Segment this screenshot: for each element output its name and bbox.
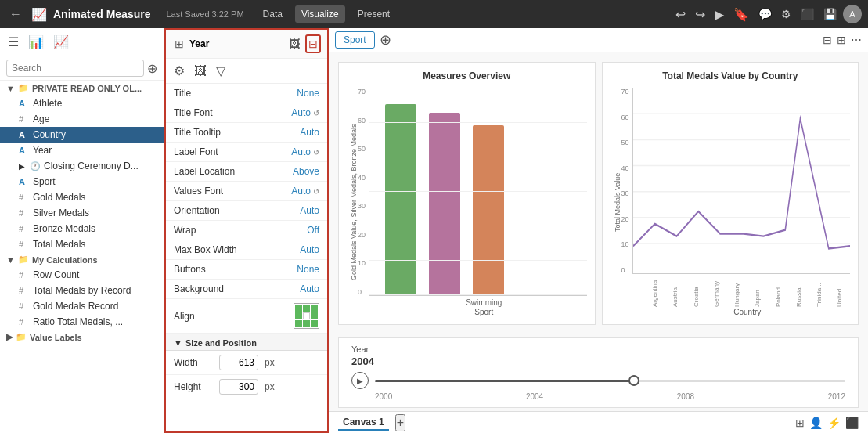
prop-image-icon[interactable]: 🖼 (286, 35, 302, 52)
my-calculations-section[interactable]: ▼ 📁 My Calculations (0, 252, 164, 267)
slider-label-2004: 2004 (526, 392, 543, 401)
export-button[interactable]: ⬛ (798, 6, 817, 22)
size-position-section[interactable]: ▼ Size and Position (166, 334, 327, 351)
prop-title-row: Title None (166, 84, 327, 103)
field-row-count[interactable]: # Row Count (0, 267, 164, 283)
nav-present[interactable]: Present (351, 5, 396, 23)
prop-layout-icon[interactable]: ⊟ (305, 34, 321, 53)
prop-align-value[interactable] (294, 303, 319, 329)
prop-image-tab[interactable]: 🖼 (193, 63, 208, 80)
type-icon-rowcount: # (19, 270, 30, 280)
person-bottom-button[interactable]: 👤 (809, 417, 823, 429)
height-input[interactable] (219, 379, 258, 395)
sidebar-chart-icon[interactable]: 📊 (27, 33, 45, 51)
prop-buttons-row: Buttons None (166, 260, 327, 280)
width-label: Width (174, 357, 213, 368)
prop-wrap-row: Wrap Off (166, 221, 327, 240)
field-label-gold: Gold Medals (33, 192, 85, 203)
canvas-add-button[interactable]: + (395, 414, 405, 431)
height-label: Height (174, 381, 213, 392)
prop-label-font-value[interactable]: Auto ↺ (291, 146, 319, 157)
field-silver-medals[interactable]: # Silver Medals (0, 205, 164, 221)
comment-button[interactable]: 💬 (755, 6, 775, 22)
expand-value-labels: ▶ (6, 332, 13, 342)
more-options-button[interactable]: ⋯ (851, 34, 862, 46)
sidebar-trend-icon[interactable]: 📈 (52, 33, 70, 51)
type-icon-gold: # (19, 193, 30, 202)
content-area: Sport ⊕ ⊟ ⊞ ⋯ Measures Overview Gold Med… (329, 28, 868, 433)
bar-chart-box: Measures Overview Gold Medals Value, Sil… (338, 62, 596, 325)
line-chart-title: Total Medals Value by Country (610, 70, 851, 81)
prop-buttons-value[interactable]: None (297, 264, 319, 275)
prop-label-font-label: Label Font (174, 146, 218, 157)
prop-values-font-value[interactable]: Auto ↺ (291, 186, 319, 197)
size-position-label: Size and Position (185, 338, 257, 348)
field-gold-medals[interactable]: # Gold Medals (0, 189, 164, 205)
filter-icon-button[interactable]: ⊟ (823, 34, 832, 46)
value-labels-label: Value Labels (30, 333, 82, 342)
redo-button[interactable]: ↪ (692, 5, 708, 23)
prop-orientation-value[interactable]: Auto (300, 205, 319, 216)
save-button[interactable]: 💾 (820, 6, 840, 22)
slider-track[interactable] (375, 380, 845, 382)
sport-filter-button[interactable]: Sport (335, 31, 375, 49)
grid-bottom-button[interactable]: ⊞ (795, 417, 805, 429)
field-gold-medals-record[interactable]: # Gold Medals Record (0, 298, 164, 314)
prop-title-value[interactable]: None (297, 88, 319, 99)
private-folder[interactable]: ▼ 📁 PRIVATE READ ONLY OL... (0, 81, 164, 96)
field-sport[interactable]: A Sport (0, 174, 164, 189)
field-total-medals[interactable]: # Total Medals (0, 236, 164, 252)
field-age[interactable]: # Age (0, 111, 164, 127)
prop-settings-tab[interactable]: ⚙ (172, 62, 186, 80)
align-swatch-4 (295, 312, 302, 319)
prop-label-font-row: Label Font Auto ↺ (166, 143, 327, 162)
field-athlete[interactable]: A Athlete (0, 96, 164, 111)
prop-label-location-label: Label Location (174, 166, 235, 177)
grid-view-button[interactable]: ⊞ (837, 34, 846, 46)
play-button[interactable]: ▶ (711, 5, 727, 23)
avatar[interactable]: A (843, 5, 862, 23)
add-filter-button[interactable]: ⊕ (380, 31, 391, 49)
prop-grid-icon[interactable]: ⊞ (172, 35, 186, 52)
field-label-bronze: Bronze Medals (33, 223, 95, 234)
bar-x-label: Swimming (358, 298, 587, 307)
prop-filter-tab[interactable]: ▽ (214, 62, 227, 80)
play-slider-button[interactable]: ▶ (351, 372, 369, 389)
nav-data[interactable]: Data (257, 5, 289, 23)
field-total-medals-record[interactable]: # Total Medals by Record (0, 283, 164, 298)
expand-closing: ▶ (19, 162, 27, 171)
bookmark-button[interactable]: 🔖 (730, 5, 752, 23)
year-slider-row: ▶ (351, 372, 845, 389)
align-swatch-6 (311, 312, 318, 319)
canvas-tab[interactable]: Canvas 1 (338, 415, 389, 431)
field-label-closing: Closing Ceremony D... (44, 161, 139, 171)
prop-title-tooltip-value[interactable]: Auto (300, 127, 319, 138)
search-input[interactable] (6, 60, 144, 77)
search-bar: ⊕ (0, 56, 164, 81)
nav-visualize[interactable]: Visualize (295, 5, 345, 23)
toolbar-right: ⊟ ⊞ ⋯ (823, 34, 862, 46)
settings-button[interactable]: ⚙ (778, 6, 794, 22)
back-button[interactable]: ← (6, 5, 25, 23)
slider-thumb[interactable] (628, 375, 639, 386)
expand-bottom-button[interactable]: ⬛ (845, 417, 859, 429)
prop-wrap-value[interactable]: Off (307, 225, 319, 236)
search-add-button[interactable]: ⊕ (147, 61, 157, 76)
field-bronze-medals[interactable]: # Bronze Medals (0, 221, 164, 236)
sidebar-table-icon[interactable]: ☰ (6, 33, 20, 51)
prop-max-box-value[interactable]: Auto (300, 244, 319, 255)
prop-label-location-value[interactable]: Above (293, 166, 319, 177)
width-input[interactable] (219, 355, 258, 370)
field-closing-ceremony[interactable]: ▶ 🕐 Closing Ceremony D... (0, 158, 164, 174)
prop-title-font-value[interactable]: Auto ↺ (291, 107, 319, 118)
lightning-bottom-button[interactable]: ⚡ (827, 417, 841, 429)
value-labels-section[interactable]: ▶ 📁 Value Labels (0, 330, 164, 345)
prop-background-value[interactable]: Auto (300, 283, 319, 294)
field-ratio-total[interactable]: # Ratio Total Medals, ... (0, 314, 164, 330)
undo-button[interactable]: ↩ (672, 5, 689, 23)
prop-rows: Title None Title Font Auto ↺ Title Toolt… (166, 84, 327, 431)
field-label-silver: Silver Medals (33, 207, 89, 218)
field-year[interactable]: A Year (0, 143, 164, 158)
prop-header: ⊞ Year 🖼 ⊟ (166, 30, 327, 59)
field-country[interactable]: A Country (0, 127, 164, 143)
